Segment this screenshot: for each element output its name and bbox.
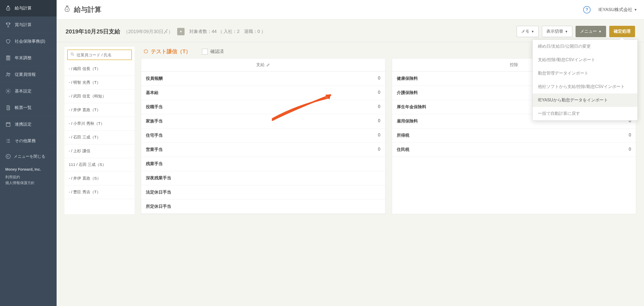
employee-row[interactable]: - / 井伊 直政（S） [65, 172, 135, 185]
employee-row[interactable]: - / 豊臣 秀吉（T） [65, 185, 135, 199]
table-row: 役職手当0 [141, 100, 385, 114]
table-row: 住民税0 [392, 143, 636, 157]
footer-company: Money Forward, Inc. [5, 167, 51, 171]
target-counts: 対象者数：44 （ 入社：2 退職：0 ） [189, 28, 266, 34]
sidebar-item-payroll[interactable]: ¥ 給与計算 [0, 0, 57, 17]
sidebar-footer: Money Forward, Inc. 利用規約 個人情報保護方針 [0, 164, 57, 190]
org-name: IEYASU株式会社 [598, 7, 632, 13]
chevron-left-circle-icon [5, 154, 11, 159]
employee-row[interactable]: - / 織田 信長（T） [65, 62, 135, 76]
footer-link-terms[interactable]: 利用規約 [5, 174, 51, 180]
sidebar-item-social-insurance[interactable]: 社会保険事務(β) [0, 33, 57, 50]
date-dropdown-button[interactable]: ▼ [177, 28, 185, 35]
svg-rect-12 [6, 123, 10, 127]
sidebar-item-label: 給与計算 [15, 6, 32, 11]
chevron-down-icon: ▼ [598, 30, 602, 33]
employee-row[interactable]: - / 井伊 直政（T） [65, 103, 135, 117]
table-row: 所定休日手当 [141, 200, 385, 214]
confirmed-checkbox[interactable]: 確認済 [202, 48, 224, 55]
svg-point-6 [7, 59, 8, 59]
employee-row[interactable]: - / 上杉 謙信 [65, 144, 135, 158]
chevron-down-icon: ▼ [565, 30, 568, 33]
svg-point-3 [7, 58, 8, 58]
svg-point-8 [9, 59, 9, 59]
menu-dropdown-item[interactable]: IEYASUから勤怠データをインポート [533, 93, 637, 107]
selected-employee-name: テスト謙信（T） [143, 48, 191, 55]
cutoff-date: （2019年09月30日〆） [123, 28, 173, 35]
employee-list[interactable]: - / 織田 信長（T）- / 明智 光秀（T）- / 武田 信玄（時短）- /… [65, 62, 135, 199]
svg-text:¥: ¥ [66, 8, 68, 11]
page-title-text: 給与計算 [74, 5, 101, 14]
employee-row[interactable]: 111 / 石田 三成（S） [65, 158, 135, 172]
money-bag-icon: ¥ [63, 5, 71, 14]
checkbox-icon [202, 49, 208, 55]
employee-row[interactable]: - / 明智 光秀（T） [65, 76, 135, 90]
table-row: 営業手当0 [141, 143, 385, 157]
sidebar-item-reports[interactable]: 帳票一覧 [0, 100, 57, 116]
menu-dropdown-item[interactable]: 他社ソフトから支給/控除/勤怠CSVインポート [533, 80, 637, 93]
sidebar-item-label: 帳票一覧 [15, 105, 32, 111]
menu-dropdown-item[interactable]: 締め日/支給日/公開日の変更 [533, 40, 637, 53]
table-row: 基本給0 [141, 86, 385, 100]
org-selector[interactable]: IEYASU株式会社 ▼ [598, 7, 637, 13]
confirm-button[interactable]: 確定処理 [609, 26, 635, 37]
svg-point-15 [71, 53, 73, 55]
sidebar-item-label: 社会保険事務(β) [15, 39, 45, 44]
document-icon [5, 105, 11, 111]
table-row: 住宅手当0 [141, 129, 385, 143]
menu-button[interactable]: メニュー▼ [576, 26, 606, 37]
search-input[interactable] [77, 53, 129, 57]
sidebar-item-label: 従業員情報 [15, 72, 36, 77]
calendar-icon [5, 121, 11, 127]
sidebar-item-label: 年末調整 [15, 55, 32, 61]
display-toggle-button[interactable]: 表示切替▼ [542, 26, 572, 37]
chevron-down-icon: ▼ [179, 30, 182, 33]
sidebar-item-label: その他業務 [15, 138, 36, 144]
svg-point-11 [7, 90, 9, 92]
sidebar: ¥ 給与計算 賞与計算 社会保険事務(β) 年末調整 従業員情報 基本設定 帳票… [0, 0, 57, 306]
menu-dropdown-item[interactable]: 勤怠管理データインポート [533, 67, 637, 80]
table-row: 家族手当0 [141, 114, 385, 129]
sidebar-item-label: 賞与計算 [15, 22, 32, 28]
footer-link-privacy[interactable]: 個人情報保護方針 [5, 180, 51, 186]
help-button[interactable]: ? [583, 6, 591, 13]
pay-table-header: 支給 [141, 58, 385, 72]
sub-header: 2019年10月25日支給 （2019年09月30日〆） ▼ 対象者数：44 （… [57, 19, 644, 42]
memo-button[interactable]: メモ▼ [517, 26, 539, 37]
employee-row[interactable]: - / 武田 信玄（時短） [65, 90, 135, 103]
svg-point-4 [8, 58, 8, 58]
employee-row[interactable]: - / 石田 三成（T） [65, 131, 135, 144]
calculator-icon [5, 55, 11, 61]
sidebar-item-employees[interactable]: 従業員情報 [0, 66, 57, 83]
sidebar-item-settings[interactable]: 基本設定 [0, 83, 57, 100]
money-bag-icon: ¥ [5, 5, 11, 11]
topbar: ¥ 給与計算 ? IEYASU株式会社 ▼ [57, 0, 644, 19]
pencil-icon[interactable] [266, 63, 270, 67]
menu-dropdown-item[interactable]: 一括で自動計算に戻す [533, 107, 637, 120]
search-field[interactable] [67, 50, 132, 60]
gear-icon [5, 88, 11, 94]
svg-point-10 [9, 73, 10, 75]
sidebar-item-integration[interactable]: 連携設定 [0, 116, 57, 133]
sidebar-item-bonus[interactable]: 賞与計算 [0, 17, 57, 33]
svg-point-7 [8, 59, 8, 59]
table-row: 法定休日手当 [141, 185, 385, 200]
table-row: 役員報酬0 [141, 72, 385, 86]
hexagon-icon [143, 49, 149, 55]
svg-point-9 [7, 73, 8, 75]
svg-text:¥: ¥ [8, 8, 9, 10]
table-row: 所得税0 [392, 129, 636, 143]
pay-date: 2019年10月25日支給 [66, 28, 120, 36]
sidebar-item-label: 基本設定 [15, 88, 32, 94]
table-row: 残業手当 [141, 157, 385, 171]
heart-icon [5, 38, 11, 44]
menu-dropdown-item[interactable]: 支給/控除/勤怠CSVインポート [533, 53, 637, 67]
list-icon [5, 138, 11, 144]
sidebar-item-yearend[interactable]: 年末調整 [0, 50, 57, 66]
search-icon [70, 52, 75, 57]
svg-rect-2 [7, 57, 9, 57]
sidebar-collapse[interactable]: メニューを閉じる [0, 149, 57, 164]
employee-row[interactable]: - / 小早川 秀秋（T） [65, 117, 135, 131]
chevron-down-icon: ▼ [634, 8, 637, 12]
sidebar-item-other[interactable]: その他業務 [0, 133, 57, 149]
